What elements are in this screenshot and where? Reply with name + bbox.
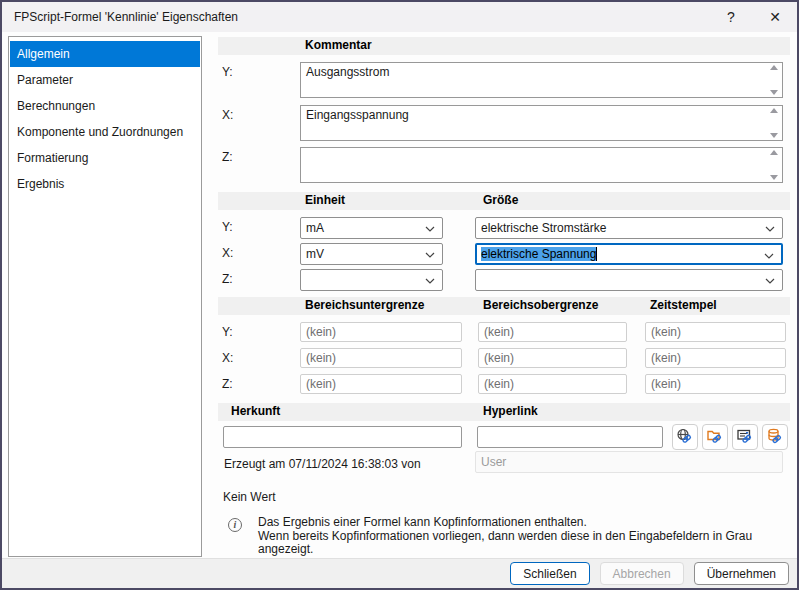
- sidebar-item-komponente[interactable]: Komponente und Zuordnungen: [10, 119, 200, 145]
- bereich-z-label: Z:: [222, 377, 233, 391]
- scroll-up-icon[interactable]: [770, 65, 778, 70]
- folder-link-icon[interactable]: [702, 424, 728, 450]
- title-bar: FPScript-Formel 'Kennlinie' Eigenschafte…: [2, 2, 797, 32]
- herkunft-title: Herkunft: [231, 404, 280, 418]
- untergrenze-z-input[interactable]: (kein): [300, 374, 462, 394]
- cancel-button[interactable]: Abbrechen: [600, 562, 684, 585]
- herkunft-input[interactable]: [223, 426, 462, 448]
- chevron-down-icon: [425, 226, 435, 232]
- zeitstempel-z-input[interactable]: (kein): [645, 374, 786, 394]
- status-text-kein-wert: Kein Wert: [223, 490, 275, 504]
- scroll-up-icon[interactable]: [770, 150, 778, 155]
- obergrenze-y-input[interactable]: (kein): [478, 322, 627, 342]
- document-link-icon[interactable]: [732, 424, 758, 450]
- zeitstempel-y-input[interactable]: (kein): [645, 322, 786, 342]
- sidebar-item-parameter[interactable]: Parameter: [10, 67, 200, 93]
- properties-dialog: FPScript-Formel 'Kennlinie' Eigenschafte…: [0, 0, 799, 590]
- user-field-disabled: User: [475, 451, 783, 473]
- chevron-down-icon: [765, 278, 775, 284]
- groesse-title: Größe: [483, 193, 518, 207]
- zeitstempel-title: Zeitstempel: [650, 298, 717, 312]
- sidebar-item-formatierung[interactable]: Formatierung: [10, 145, 200, 171]
- bereichsobergrenze-title: Bereichsobergrenze: [483, 298, 598, 312]
- scroll-up-icon[interactable]: [770, 108, 778, 113]
- section-header-einheit-groesse: Einheit Größe: [218, 192, 790, 210]
- kommentar-x-input[interactable]: Eingangsspannung: [300, 105, 783, 141]
- obergrenze-x-input[interactable]: (kein): [478, 348, 627, 368]
- kommentar-z-input[interactable]: [300, 147, 783, 183]
- scroll-arrows[interactable]: [767, 65, 780, 95]
- scroll-arrows[interactable]: [767, 150, 780, 180]
- hyperlink-title: Hyperlink: [483, 404, 538, 418]
- close-icon[interactable]: ✕: [753, 2, 797, 32]
- untergrenze-x-input[interactable]: (kein): [300, 348, 462, 368]
- info-line-1: Das Ergebnis einer Formel kann Kopfinfor…: [258, 516, 790, 530]
- info-icon: i: [228, 518, 242, 532]
- scroll-arrows[interactable]: [767, 108, 780, 138]
- bereich-x-label: X:: [222, 351, 233, 365]
- einheit-z-combobox[interactable]: [300, 269, 443, 291]
- section-header-bereich: Bereichsuntergrenze Bereichsobergrenze Z…: [218, 297, 790, 315]
- kommentar-title: Kommentar: [305, 38, 372, 52]
- groesse-x-combobox-focused[interactable]: elektrische Spannung: [475, 243, 783, 265]
- einheit-title: Einheit: [305, 193, 345, 207]
- kommentar-x-label: X:: [222, 108, 233, 122]
- hyperlink-input[interactable]: [477, 426, 663, 448]
- chevron-down-icon: [764, 253, 774, 259]
- database-link-icon[interactable]: [762, 424, 788, 450]
- hyperlink-icon-buttons: [672, 424, 788, 450]
- groesse-y-combobox[interactable]: elektrische Stromstärke: [475, 217, 783, 239]
- einheit-x-label: X:: [222, 246, 233, 260]
- globe-link-icon[interactable]: [672, 424, 698, 450]
- sidebar-list: Allgemein Parameter Berechnungen Kompone…: [8, 36, 202, 557]
- scroll-down-icon[interactable]: [770, 175, 778, 180]
- scroll-down-icon[interactable]: [770, 90, 778, 95]
- sidebar-item-ergebnis[interactable]: Ergebnis: [10, 171, 200, 197]
- kommentar-y-label: Y:: [222, 65, 233, 79]
- groesse-z-combobox[interactable]: [475, 269, 783, 291]
- apply-button[interactable]: Übernehmen: [694, 562, 789, 585]
- bereichsuntergrenze-title: Bereichsuntergrenze: [305, 298, 424, 312]
- section-header-herkunft-hyperlink: Herkunft Hyperlink: [218, 403, 790, 421]
- einheit-y-label: Y:: [222, 220, 233, 234]
- scroll-down-icon[interactable]: [770, 133, 778, 138]
- window-title: FPScript-Formel 'Kennlinie' Eigenschafte…: [14, 10, 238, 24]
- chevron-down-icon: [425, 252, 435, 258]
- einheit-z-label: Z:: [222, 272, 233, 286]
- chevron-down-icon: [425, 278, 435, 284]
- main-content: Kommentar Y: Ausgangsstrom X: Eingangssp…: [218, 36, 790, 557]
- help-button[interactable]: ?: [709, 2, 753, 32]
- kommentar-y-input[interactable]: Ausgangsstrom: [300, 62, 783, 98]
- sidebar-item-berechnungen[interactable]: Berechnungen: [10, 93, 200, 119]
- close-button[interactable]: Schließen: [510, 562, 589, 585]
- kommentar-z-label: Z:: [222, 150, 233, 164]
- obergrenze-z-input[interactable]: (kein): [478, 374, 627, 394]
- bereich-y-label: Y:: [222, 325, 233, 339]
- sidebar-item-allgemein[interactable]: Allgemein: [10, 41, 200, 67]
- chevron-down-icon: [765, 226, 775, 232]
- created-timestamp-text: Erzeugt am 07/11/2024 16:38:03 von: [224, 457, 421, 471]
- info-line-2: Wenn bereits Kopfinformationen vorliegen…: [258, 530, 790, 557]
- einheit-y-combobox[interactable]: mA: [300, 217, 443, 239]
- untergrenze-y-input[interactable]: (kein): [300, 322, 462, 342]
- button-bar: Schließen Abbrechen Übernehmen: [2, 558, 797, 588]
- section-header-kommentar: Kommentar: [218, 37, 790, 55]
- einheit-x-combobox[interactable]: mV: [300, 243, 443, 265]
- zeitstempel-x-input[interactable]: (kein): [645, 348, 786, 368]
